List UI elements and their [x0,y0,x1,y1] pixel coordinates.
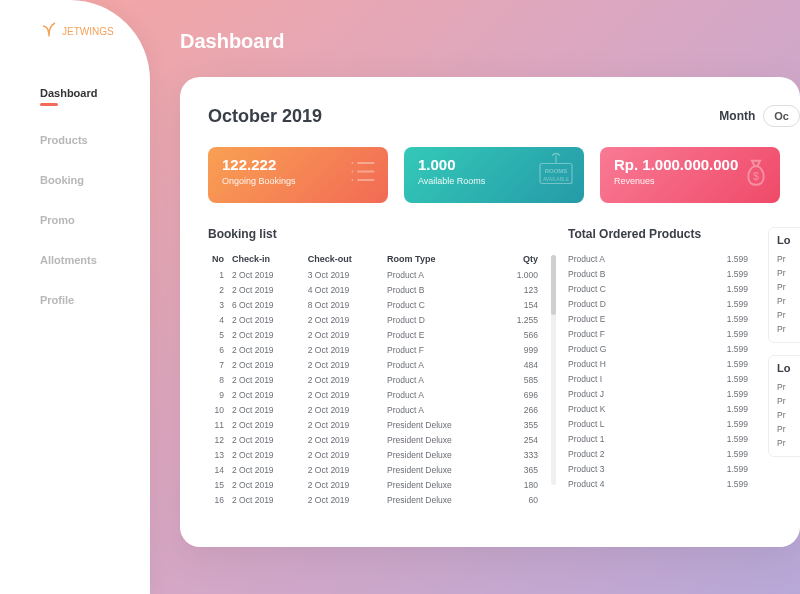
product-row[interactable]: Product B1.599 [568,266,748,281]
table-row[interactable]: 42 Oct 20192 Oct 2019Product D1.255 [208,312,548,327]
cutoff-line: Pr [777,252,800,266]
cell-roomtype: President Deluxe [383,432,494,447]
cell-qty: 484 [494,357,548,372]
product-name: Product 4 [568,479,604,489]
table-row[interactable]: 102 Oct 20192 Oct 2019Product A266 [208,402,548,417]
stat-ongoing-bookings[interactable]: 122.222 Ongoing Bookings [208,147,388,203]
cell-qty: 566 [494,327,548,342]
product-row[interactable]: Product 21.599 [568,446,748,461]
table-row[interactable]: 36 Oct 20198 Oct 2019Product C154 [208,297,548,312]
product-qty: 1.599 [727,314,748,324]
cell-qty: 154 [494,297,548,312]
table-row[interactable]: 12 Oct 20193 Oct 2019Product A1.000 [208,267,548,282]
nav-item-promo[interactable]: Promo [40,200,150,240]
table-row[interactable]: 152 Oct 20192 Oct 2019President Deluxe18… [208,477,548,492]
product-name: Product 1 [568,434,604,444]
cutoff-title: Lo [777,234,800,246]
sidebar: JETWINGS DashboardProductsBookingPromoAl… [0,0,150,594]
table-row[interactable]: 142 Oct 20192 Oct 2019President Deluxe36… [208,462,548,477]
table-row[interactable]: 52 Oct 20192 Oct 2019Product E566 [208,327,548,342]
svg-text:AVAILABLE: AVAILABLE [543,176,570,182]
ordered-products-panel: Total Ordered Products Product A1.599Pro… [568,227,748,507]
cell-no: 3 [208,297,228,312]
cell-roomtype: Product F [383,342,494,357]
product-name: Product F [568,329,605,339]
product-name: Product 2 [568,449,604,459]
cell-no: 1 [208,267,228,282]
product-qty: 1.599 [727,434,748,444]
product-name: Product G [568,344,606,354]
cell-qty: 365 [494,462,548,477]
product-row[interactable]: Product A1.599 [568,251,748,266]
product-row[interactable]: Product J1.599 [568,386,748,401]
stats-row: 122.222 Ongoing Bookings 1.000 Available… [208,147,800,203]
product-row[interactable]: Product 11.599 [568,431,748,446]
cell-checkin: 2 Oct 2019 [228,267,304,282]
cell-roomtype: Product E [383,327,494,342]
product-name: Product E [568,314,605,324]
scrollbar[interactable] [551,255,556,485]
product-row[interactable]: Product L1.599 [568,416,748,431]
product-qty: 1.599 [727,449,748,459]
cell-no: 14 [208,462,228,477]
product-row[interactable]: Product H1.599 [568,356,748,371]
product-row[interactable]: Product K1.599 [568,401,748,416]
cell-checkout: 2 Oct 2019 [304,492,383,507]
product-row[interactable]: Product F1.599 [568,326,748,341]
product-name: Product I [568,374,602,384]
nav-item-products[interactable]: Products [40,120,150,160]
cell-qty: 1.255 [494,312,548,327]
cell-checkin: 2 Oct 2019 [228,342,304,357]
table-row[interactable]: 122 Oct 20192 Oct 2019President Deluxe25… [208,432,548,447]
period-title: October 2019 [208,106,322,127]
cutoff-panel: Lo PrPrPrPrPrPr Lo PrPrPrPrPr [768,227,800,507]
cell-checkout: 2 Oct 2019 [304,417,383,432]
cell-no: 13 [208,447,228,462]
product-row[interactable]: Product G1.599 [568,341,748,356]
cell-qty: 999 [494,342,548,357]
cell-roomtype: Product A [383,267,494,282]
stat-available-rooms[interactable]: 1.000 Available Rooms ROOMS AVAILABLE [404,147,584,203]
cell-no: 10 [208,402,228,417]
table-row[interactable]: 92 Oct 20192 Oct 2019Product A696 [208,387,548,402]
table-row[interactable]: 22 Oct 20194 Oct 2019Product B123 [208,282,548,297]
table-row[interactable]: 72 Oct 20192 Oct 2019Product A484 [208,357,548,372]
booking-table: NoCheck-inCheck-outRoom TypeQty 12 Oct 2… [208,251,548,507]
table-row[interactable]: 112 Oct 20192 Oct 2019President Deluxe35… [208,417,548,432]
cell-roomtype: President Deluxe [383,462,494,477]
cutoff-line: Pr [777,436,800,450]
stat-revenues[interactable]: Rp. 1.000.000.000 Revenues $ [600,147,780,203]
product-name: Product D [568,299,606,309]
product-row[interactable]: Product C1.599 [568,281,748,296]
column-header: Check-in [228,251,304,267]
page-title: Dashboard [180,30,800,53]
nav-item-booking[interactable]: Booking [40,160,150,200]
nav: DashboardProductsBookingPromoAllotmentsP… [0,73,150,320]
product-qty: 1.599 [727,254,748,264]
cell-roomtype: President Deluxe [383,447,494,462]
product-row[interactable]: Product D1.599 [568,296,748,311]
cell-checkin: 6 Oct 2019 [228,297,304,312]
table-row[interactable]: 82 Oct 20192 Oct 2019Product A585 [208,372,548,387]
table-row[interactable]: 162 Oct 20192 Oct 2019President Deluxe60 [208,492,548,507]
nav-item-profile[interactable]: Profile [40,280,150,320]
product-qty: 1.599 [727,419,748,429]
cell-checkout: 2 Oct 2019 [304,402,383,417]
product-row[interactable]: Product 41.599 [568,476,748,491]
cell-roomtype: President Deluxe [383,417,494,432]
product-row[interactable]: Product E1.599 [568,311,748,326]
table-row[interactable]: 62 Oct 20192 Oct 2019Product F999 [208,342,548,357]
product-qty: 1.599 [727,389,748,399]
cell-roomtype: Product D [383,312,494,327]
panel-title: Booking list [208,227,548,241]
nav-item-dashboard[interactable]: Dashboard [40,73,150,120]
nav-item-allotments[interactable]: Allotments [40,240,150,280]
cutoff-line: Pr [777,266,800,280]
cutoff-line: Pr [777,408,800,422]
cell-checkin: 2 Oct 2019 [228,357,304,372]
product-row[interactable]: Product I1.599 [568,371,748,386]
table-row[interactable]: 132 Oct 20192 Oct 2019President Deluxe33… [208,447,548,462]
column-header: Check-out [304,251,383,267]
month-select[interactable]: Oc [763,105,800,127]
product-row[interactable]: Product 31.599 [568,461,748,476]
